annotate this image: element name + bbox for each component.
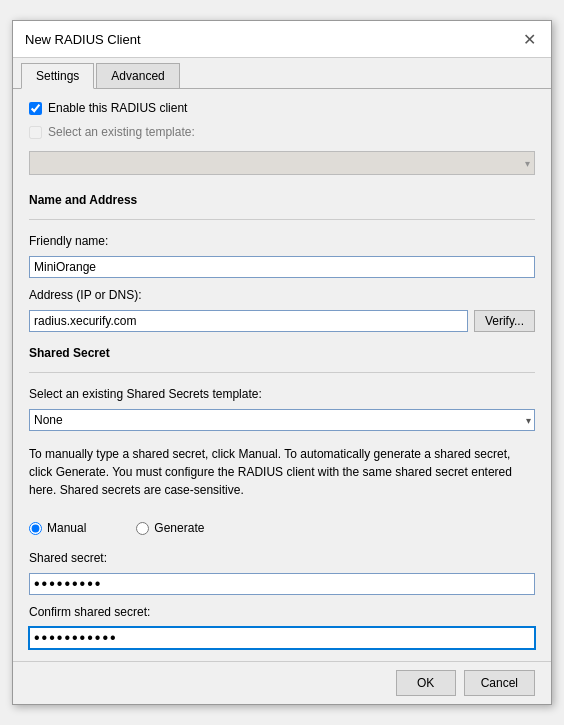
cancel-button[interactable]: Cancel [464, 670, 535, 696]
friendly-name-input[interactable] [29, 256, 535, 278]
manual-radio[interactable] [29, 522, 42, 535]
shared-secret-field-label: Shared secret: [29, 551, 535, 565]
template-dropdown: ▾ [29, 151, 535, 175]
confirm-shared-secret-label: Confirm shared secret: [29, 605, 535, 619]
manual-radio-option[interactable]: Manual [29, 521, 86, 535]
shared-secret-dropdown-wrapper: None ▾ [29, 409, 535, 431]
shared-secret-dropdown[interactable]: None [29, 409, 535, 431]
manual-radio-label: Manual [47, 521, 86, 535]
address-input[interactable] [29, 310, 468, 332]
enable-checkbox-label[interactable]: Enable this RADIUS client [48, 101, 187, 115]
verify-button[interactable]: Verify... [474, 310, 535, 332]
enable-checkbox-row: Enable this RADIUS client [29, 101, 535, 115]
generate-radio-option[interactable]: Generate [136, 521, 204, 535]
dialog-title: New RADIUS Client [25, 32, 141, 47]
friendly-name-label: Friendly name: [29, 234, 535, 248]
template-checkbox-row: Select an existing template: [29, 125, 535, 139]
enable-checkbox[interactable] [29, 102, 42, 115]
radio-row: Manual Generate [29, 521, 535, 535]
section-divider-2 [29, 372, 535, 373]
shared-secret-input[interactable] [29, 573, 535, 595]
info-text: To manually type a shared secret, click … [29, 445, 535, 499]
shared-secret-section-label: Shared Secret [29, 346, 535, 360]
footer: OK Cancel [13, 661, 551, 704]
close-button[interactable]: ✕ [519, 29, 539, 49]
shared-secret-dropdown-label: Select an existing Shared Secrets templa… [29, 387, 535, 401]
template-checkbox [29, 126, 42, 139]
address-row: Verify... [29, 310, 535, 332]
tab-bar: Settings Advanced [13, 58, 551, 89]
template-checkbox-label: Select an existing template: [48, 125, 195, 139]
generate-radio-label: Generate [154, 521, 204, 535]
generate-radio[interactable] [136, 522, 149, 535]
address-label: Address (IP or DNS): [29, 288, 535, 302]
confirm-shared-secret-input[interactable] [29, 627, 535, 649]
section-divider-1 [29, 219, 535, 220]
title-bar: New RADIUS Client ✕ [13, 21, 551, 58]
settings-content: Enable this RADIUS client Select an exis… [13, 89, 551, 661]
name-address-section-label: Name and Address [29, 193, 535, 207]
dialog: New RADIUS Client ✕ Settings Advanced En… [12, 20, 552, 705]
template-dropdown-arrow-icon: ▾ [525, 158, 530, 169]
ok-button[interactable]: OK [396, 670, 456, 696]
tab-advanced[interactable]: Advanced [96, 63, 179, 89]
tab-settings[interactable]: Settings [21, 63, 94, 89]
